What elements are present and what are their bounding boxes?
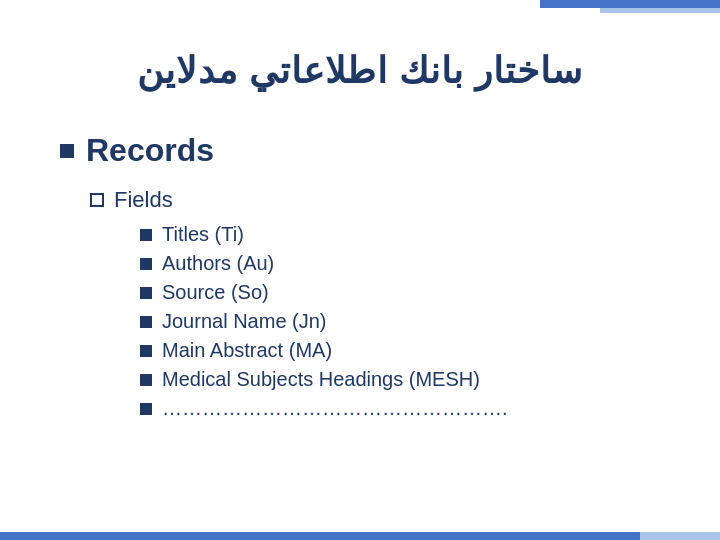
list-item: Authors (Au) bbox=[140, 252, 670, 275]
list-item-text: Titles (Ti) bbox=[162, 223, 244, 246]
fields-section: Fields Titles (Ti)Authors (Au)Source (So… bbox=[90, 187, 670, 420]
list-item-text: Medical Subjects Headings (MESH) bbox=[162, 368, 480, 391]
list-item-text: ……………………………………………. bbox=[162, 397, 508, 420]
list-item: Source (So) bbox=[140, 281, 670, 304]
bottom-bar-light bbox=[640, 532, 720, 540]
top-bar-light bbox=[600, 8, 720, 13]
list-item-text: Main Abstract (MA) bbox=[162, 339, 332, 362]
records-section: Records Fields Titles (Ti)Authors (Au)So… bbox=[60, 132, 670, 420]
bottom-decoration bbox=[0, 532, 720, 540]
list-bullet-icon bbox=[140, 316, 152, 328]
bottom-bar-blue bbox=[0, 532, 640, 540]
fields-label: Fields bbox=[90, 187, 670, 213]
slide: ساختار بانك اطلاعاتي مدلاين Records Fiel… bbox=[0, 0, 720, 540]
list-bullet-icon bbox=[140, 374, 152, 386]
list-item: Titles (Ti) bbox=[140, 223, 670, 246]
fields-text: Fields bbox=[114, 187, 173, 213]
list-bullet-icon bbox=[140, 345, 152, 357]
list-item-text: Source (So) bbox=[162, 281, 269, 304]
records-label: Records bbox=[60, 132, 670, 169]
records-bullet-icon bbox=[60, 144, 74, 158]
list-item-text: Authors (Au) bbox=[162, 252, 274, 275]
arabic-title: ساختار بانك اطلاعاتي مدلاين bbox=[50, 50, 670, 92]
list-item: Medical Subjects Headings (MESH) bbox=[140, 368, 670, 391]
top-bar-blue bbox=[540, 0, 720, 8]
list-bullet-icon bbox=[140, 229, 152, 241]
list-bullet-icon bbox=[140, 258, 152, 270]
list-item: Journal Name (Jn) bbox=[140, 310, 670, 333]
list-item: Main Abstract (MA) bbox=[140, 339, 670, 362]
records-text: Records bbox=[86, 132, 214, 169]
list-bullet-icon bbox=[140, 403, 152, 415]
top-decoration bbox=[540, 0, 720, 13]
fields-checkbox-icon bbox=[90, 193, 104, 207]
fields-list: Titles (Ti)Authors (Au)Source (So)Journa… bbox=[140, 223, 670, 420]
list-item: ……………………………………………. bbox=[140, 397, 670, 420]
list-item-text: Journal Name (Jn) bbox=[162, 310, 327, 333]
list-bullet-icon bbox=[140, 287, 152, 299]
